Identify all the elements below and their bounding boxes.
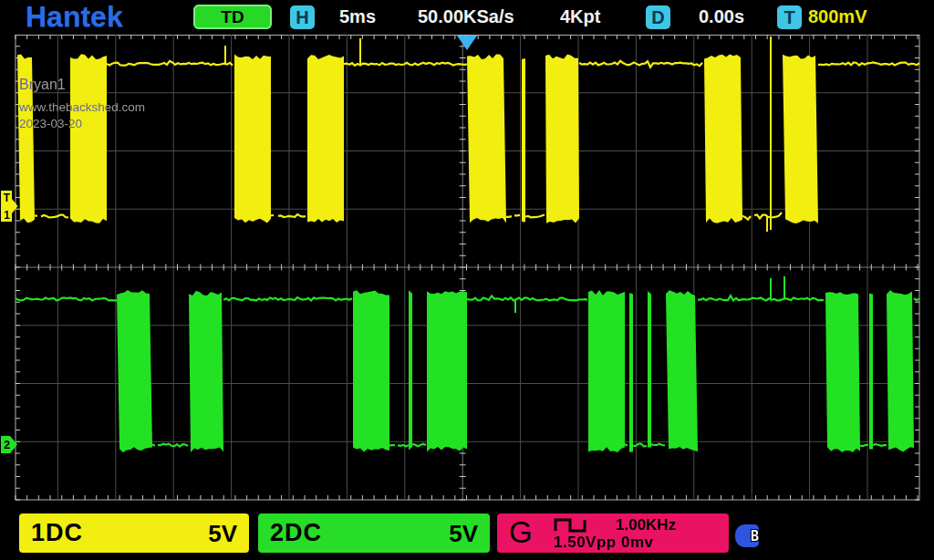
ch1-scale-value: 5V xyxy=(208,520,237,548)
trigger-menu-icon[interactable]: T xyxy=(777,5,802,29)
ch2-position-marker[interactable]: 2 xyxy=(1,436,17,453)
trigger-level-readout: 800mV xyxy=(808,6,867,27)
horizontal-offset-readout: 0.00s xyxy=(699,6,744,27)
oscilloscope-screen: { "header": { "logo": "Hantek", "mode_bu… xyxy=(0,0,934,560)
generator-label: G xyxy=(509,515,533,550)
acquire-mode-button[interactable]: TD xyxy=(193,5,272,29)
sample-rate-readout: 50.00KSa/s xyxy=(418,6,514,27)
ch2-scale-value: 5V xyxy=(449,520,478,548)
ch1-trace xyxy=(16,36,919,232)
ch2-coupling-label: 2DC xyxy=(270,519,322,547)
record-length-readout: 4Kpt xyxy=(560,6,600,27)
ch1-trigger-letter: T xyxy=(4,192,11,204)
ch1-channel-number: 1 xyxy=(4,209,10,222)
waveform-traces xyxy=(16,36,919,452)
horizontal-menu-icon[interactable]: H xyxy=(290,5,315,29)
ch2-trace xyxy=(16,276,919,452)
waveform-display: T 1 2 xyxy=(0,0,934,560)
generator-status-box[interactable]: G 1.00KHz 1.50Vpp 0mv xyxy=(497,513,729,553)
generator-frequency: 1.00KHz xyxy=(616,516,676,534)
trigger-position-marker[interactable] xyxy=(457,36,477,50)
ch2-status-box[interactable]: 2DC 5V xyxy=(258,513,490,553)
top-status-bar: Hantek TD H 5ms 50.00KSa/s 4Kpt D 0.00s … xyxy=(0,0,934,35)
usb-device-icon: B xyxy=(735,524,759,547)
ch2-channel-number: 2 xyxy=(4,438,10,451)
timebase-readout: 5ms xyxy=(339,6,376,27)
generator-amplitude-offset: 1.50Vpp 0mv xyxy=(554,534,653,552)
ch1-coupling-label: 1DC xyxy=(31,519,83,547)
delay-menu-icon[interactable]: D xyxy=(646,5,670,29)
ch1-status-box[interactable]: 1DC 5V xyxy=(19,513,249,553)
hantek-logo: Hantek xyxy=(26,0,123,34)
